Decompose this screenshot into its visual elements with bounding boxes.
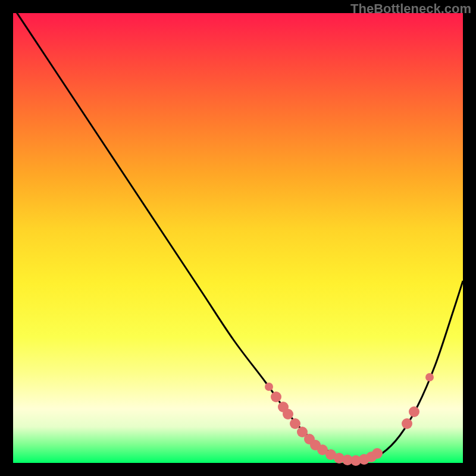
data-point: [409, 406, 419, 417]
chart-plot-area: [13, 13, 463, 463]
data-point: [402, 418, 412, 429]
data-point: [425, 373, 434, 381]
watermark-text: TheBottleneck.com: [350, 1, 471, 17]
bottleneck-curve: [13, 13, 463, 463]
data-point: [271, 392, 281, 402]
data-point: [372, 448, 383, 459]
data-point: [265, 383, 273, 391]
data-point: [283, 409, 293, 419]
chart-frame: TheBottleneck.com: [0, 0, 476, 476]
